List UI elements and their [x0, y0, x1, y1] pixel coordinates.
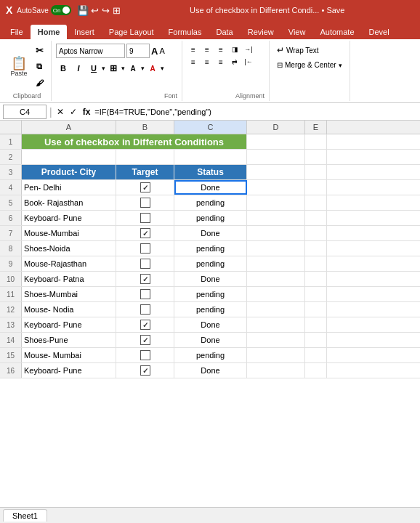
align-top-button[interactable]: ≡ [187, 44, 200, 55]
tab-automate[interactable]: Automate [312, 25, 361, 39]
target-checkbox-cell[interactable] [116, 272, 174, 286]
target-checkbox-cell[interactable] [116, 195, 174, 210]
status-cell[interactable]: pending [174, 195, 247, 210]
col-header-e[interactable]: E [305, 121, 327, 134]
empty-cell[interactable] [305, 256, 327, 271]
font-size-input[interactable] [126, 44, 150, 58]
product-cell[interactable]: Shoes-Pune [22, 333, 116, 347]
checkbox-checked[interactable] [140, 274, 150, 284]
cell-reference-input[interactable] [3, 105, 47, 119]
align-center-button[interactable]: ≡ [201, 56, 214, 68]
title-cell[interactable]: Use of checkbox in Different Conditions [22, 134, 247, 149]
target-checkbox-cell[interactable] [116, 333, 174, 347]
tab-data[interactable]: Data [209, 25, 240, 39]
status-cell[interactable]: pending [174, 211, 247, 225]
empty-cell[interactable] [305, 348, 327, 362]
align-left-button[interactable]: ≡ [187, 56, 200, 68]
empty-cell[interactable] [305, 241, 327, 256]
checkbox-checked[interactable] [140, 365, 150, 376]
tab-home[interactable]: Home [31, 25, 68, 39]
product-cell[interactable]: Mouse- Mumbai [22, 348, 116, 362]
font-color-button[interactable]: A [145, 61, 160, 76]
status-cell[interactable]: pending [174, 256, 247, 271]
border-button[interactable]: ⊞ [106, 61, 121, 76]
empty-cell[interactable] [247, 211, 305, 225]
empty-cell[interactable] [305, 180, 327, 195]
target-checkbox-cell[interactable] [116, 363, 174, 378]
status-cell[interactable]: Done [174, 317, 247, 332]
target-checkbox-cell[interactable] [116, 317, 174, 332]
empty-cell[interactable] [305, 272, 327, 286]
product-cell[interactable]: Keyboard- Pune [22, 317, 116, 332]
checkbox-unchecked[interactable] [140, 350, 150, 360]
target-checkbox-cell[interactable] [116, 226, 174, 240]
target-checkbox-cell[interactable] [116, 348, 174, 362]
empty-cell[interactable] [247, 272, 305, 286]
checkbox-checked[interactable] [140, 320, 150, 330]
status-cell[interactable]: Done [174, 363, 247, 378]
col-header-a[interactable]: A [22, 121, 116, 134]
empty-cell[interactable] [305, 226, 327, 240]
product-cell[interactable]: Mouse-Mumbai [22, 226, 116, 240]
col-header-c[interactable]: C [174, 121, 247, 134]
status-cell[interactable]: Done [174, 272, 247, 286]
target-checkbox-cell[interactable] [116, 241, 174, 256]
fill-dropdown[interactable]: ▾ [141, 65, 145, 72]
empty-cell[interactable] [305, 317, 327, 332]
header-cell-status[interactable]: Status [174, 165, 247, 179]
empty-cell[interactable] [247, 241, 305, 256]
cancel-formula-button[interactable]: ✕ [55, 105, 65, 118]
product-cell[interactable]: Book- Rajasthan [22, 195, 116, 210]
cut-button[interactable]: ✂ [32, 44, 47, 58]
font-shrink-icon[interactable]: A [159, 46, 164, 55]
sheet-tab-sheet1[interactable]: Sheet1 [3, 509, 47, 522]
product-cell[interactable]: Keyboard- Pune [22, 211, 116, 225]
wrap-text-button[interactable]: ↵ Wrap Text [274, 44, 345, 57]
product-cell[interactable]: Shoes-Mumbai [22, 287, 116, 301]
product-cell[interactable]: Shoes-Noida [22, 241, 116, 256]
status-cell[interactable]: pending [174, 287, 247, 301]
empty-cell[interactable] [247, 363, 305, 378]
formula-input[interactable] [94, 105, 417, 119]
empty-cell[interactable] [305, 302, 327, 317]
border-dropdown[interactable]: ▾ [121, 65, 125, 72]
tab-file[interactable]: File [3, 25, 31, 39]
checkbox-unchecked[interactable] [140, 259, 150, 269]
italic-button[interactable]: I [71, 61, 86, 76]
col-header-d[interactable]: D [247, 121, 305, 134]
empty-cell[interactable] [247, 226, 305, 240]
header-cell-product[interactable]: Product- City [22, 165, 116, 179]
indent-decrease-button[interactable]: |← [242, 56, 255, 68]
checkbox-unchecked[interactable] [140, 243, 150, 254]
product-cell[interactable]: Keyboard- Pune [22, 363, 116, 378]
insert-function-button[interactable]: fx [81, 105, 92, 118]
empty-cell[interactable] [22, 150, 116, 164]
tab-insert[interactable]: Insert [67, 25, 102, 39]
bold-button[interactable]: B [56, 61, 70, 76]
orient-button[interactable]: ◨ [228, 44, 241, 55]
font-name-input[interactable] [56, 44, 125, 58]
merge-dropdown[interactable]: ▾ [339, 62, 342, 69]
font-color-dropdown[interactable]: ▾ [161, 65, 164, 72]
format-painter-button[interactable]: 🖌 [32, 76, 47, 90]
empty-cell[interactable] [247, 348, 305, 362]
empty-cell[interactable] [305, 287, 327, 301]
tab-view[interactable]: View [281, 25, 313, 39]
empty-cell[interactable] [305, 134, 327, 149]
fill-color-button[interactable]: A [126, 61, 140, 76]
checkbox-unchecked[interactable] [140, 198, 150, 208]
tab-page-layout[interactable]: Page Layout [102, 25, 161, 39]
status-cell[interactable]: Done [174, 180, 247, 195]
indent-increase-button[interactable]: →| [242, 44, 255, 55]
product-cell[interactable]: Pen- Delhi [22, 180, 116, 195]
rtl-button[interactable]: ⇄ [228, 56, 241, 68]
paste-button[interactable]: 📋 Paste [7, 55, 31, 78]
product-cell[interactable]: Keyboard- Patna [22, 272, 116, 286]
header-cell-target[interactable]: Target [116, 165, 174, 179]
empty-cell[interactable] [247, 165, 305, 179]
target-checkbox-cell[interactable] [116, 302, 174, 317]
copy-button[interactable]: ⧉ [32, 60, 47, 74]
checkbox-unchecked[interactable] [140, 289, 150, 299]
checkbox-unchecked[interactable] [140, 213, 150, 223]
align-middle-button[interactable]: ≡ [201, 44, 214, 55]
